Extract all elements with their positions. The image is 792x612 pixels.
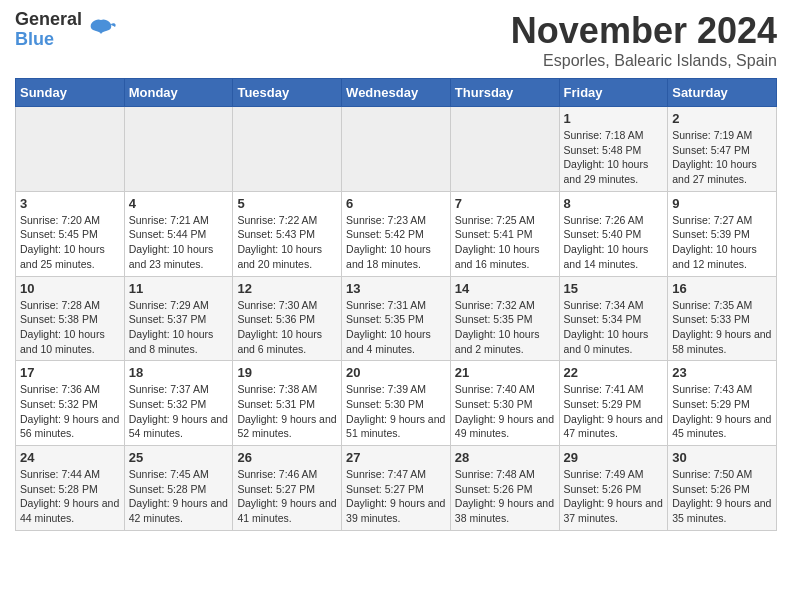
day-cell xyxy=(124,107,233,192)
day-number: 3 xyxy=(20,196,120,211)
day-cell: 20Sunrise: 7:39 AM Sunset: 5:30 PM Dayli… xyxy=(342,361,451,446)
day-info: Sunrise: 7:29 AM Sunset: 5:37 PM Dayligh… xyxy=(129,298,229,357)
day-number: 20 xyxy=(346,365,446,380)
day-number: 21 xyxy=(455,365,555,380)
header: General Blue November 2024 Esporles, Bal… xyxy=(15,10,777,70)
week-row-2: 3Sunrise: 7:20 AM Sunset: 5:45 PM Daylig… xyxy=(16,191,777,276)
day-number: 28 xyxy=(455,450,555,465)
col-header-sunday: Sunday xyxy=(16,79,125,107)
day-cell: 3Sunrise: 7:20 AM Sunset: 5:45 PM Daylig… xyxy=(16,191,125,276)
day-cell: 30Sunrise: 7:50 AM Sunset: 5:26 PM Dayli… xyxy=(668,446,777,531)
day-info: Sunrise: 7:50 AM Sunset: 5:26 PM Dayligh… xyxy=(672,467,772,526)
week-row-4: 17Sunrise: 7:36 AM Sunset: 5:32 PM Dayli… xyxy=(16,361,777,446)
day-number: 6 xyxy=(346,196,446,211)
day-info: Sunrise: 7:37 AM Sunset: 5:32 PM Dayligh… xyxy=(129,382,229,441)
day-info: Sunrise: 7:43 AM Sunset: 5:29 PM Dayligh… xyxy=(672,382,772,441)
day-info: Sunrise: 7:46 AM Sunset: 5:27 PM Dayligh… xyxy=(237,467,337,526)
day-info: Sunrise: 7:31 AM Sunset: 5:35 PM Dayligh… xyxy=(346,298,446,357)
day-number: 27 xyxy=(346,450,446,465)
day-number: 22 xyxy=(564,365,664,380)
day-number: 1 xyxy=(564,111,664,126)
day-number: 18 xyxy=(129,365,229,380)
day-cell: 23Sunrise: 7:43 AM Sunset: 5:29 PM Dayli… xyxy=(668,361,777,446)
day-number: 11 xyxy=(129,281,229,296)
day-number: 30 xyxy=(672,450,772,465)
day-cell: 9Sunrise: 7:27 AM Sunset: 5:39 PM Daylig… xyxy=(668,191,777,276)
day-number: 16 xyxy=(672,281,772,296)
day-info: Sunrise: 7:45 AM Sunset: 5:28 PM Dayligh… xyxy=(129,467,229,526)
day-number: 14 xyxy=(455,281,555,296)
day-cell: 24Sunrise: 7:44 AM Sunset: 5:28 PM Dayli… xyxy=(16,446,125,531)
col-header-wednesday: Wednesday xyxy=(342,79,451,107)
day-info: Sunrise: 7:36 AM Sunset: 5:32 PM Dayligh… xyxy=(20,382,120,441)
col-header-tuesday: Tuesday xyxy=(233,79,342,107)
day-cell: 1Sunrise: 7:18 AM Sunset: 5:48 PM Daylig… xyxy=(559,107,668,192)
day-info: Sunrise: 7:39 AM Sunset: 5:30 PM Dayligh… xyxy=(346,382,446,441)
logo-line2: Blue xyxy=(15,29,54,49)
day-info: Sunrise: 7:47 AM Sunset: 5:27 PM Dayligh… xyxy=(346,467,446,526)
day-number: 23 xyxy=(672,365,772,380)
day-info: Sunrise: 7:19 AM Sunset: 5:47 PM Dayligh… xyxy=(672,128,772,187)
day-cell: 26Sunrise: 7:46 AM Sunset: 5:27 PM Dayli… xyxy=(233,446,342,531)
day-cell: 2Sunrise: 7:19 AM Sunset: 5:47 PM Daylig… xyxy=(668,107,777,192)
day-cell: 25Sunrise: 7:45 AM Sunset: 5:28 PM Dayli… xyxy=(124,446,233,531)
day-number: 8 xyxy=(564,196,664,211)
logo-line1: General xyxy=(15,9,82,29)
logo-bird-icon xyxy=(85,14,117,46)
day-info: Sunrise: 7:27 AM Sunset: 5:39 PM Dayligh… xyxy=(672,213,772,272)
day-info: Sunrise: 7:25 AM Sunset: 5:41 PM Dayligh… xyxy=(455,213,555,272)
day-number: 29 xyxy=(564,450,664,465)
day-cell: 17Sunrise: 7:36 AM Sunset: 5:32 PM Dayli… xyxy=(16,361,125,446)
day-info: Sunrise: 7:49 AM Sunset: 5:26 PM Dayligh… xyxy=(564,467,664,526)
day-info: Sunrise: 7:44 AM Sunset: 5:28 PM Dayligh… xyxy=(20,467,120,526)
location: Esporles, Balearic Islands, Spain xyxy=(511,52,777,70)
day-info: Sunrise: 7:20 AM Sunset: 5:45 PM Dayligh… xyxy=(20,213,120,272)
day-info: Sunrise: 7:32 AM Sunset: 5:35 PM Dayligh… xyxy=(455,298,555,357)
day-info: Sunrise: 7:26 AM Sunset: 5:40 PM Dayligh… xyxy=(564,213,664,272)
day-number: 5 xyxy=(237,196,337,211)
day-number: 9 xyxy=(672,196,772,211)
day-cell: 6Sunrise: 7:23 AM Sunset: 5:42 PM Daylig… xyxy=(342,191,451,276)
day-cell: 29Sunrise: 7:49 AM Sunset: 5:26 PM Dayli… xyxy=(559,446,668,531)
day-info: Sunrise: 7:21 AM Sunset: 5:44 PM Dayligh… xyxy=(129,213,229,272)
day-info: Sunrise: 7:22 AM Sunset: 5:43 PM Dayligh… xyxy=(237,213,337,272)
col-header-friday: Friday xyxy=(559,79,668,107)
day-cell: 14Sunrise: 7:32 AM Sunset: 5:35 PM Dayli… xyxy=(450,276,559,361)
week-row-1: 1Sunrise: 7:18 AM Sunset: 5:48 PM Daylig… xyxy=(16,107,777,192)
day-cell: 27Sunrise: 7:47 AM Sunset: 5:27 PM Dayli… xyxy=(342,446,451,531)
day-info: Sunrise: 7:30 AM Sunset: 5:36 PM Dayligh… xyxy=(237,298,337,357)
day-info: Sunrise: 7:23 AM Sunset: 5:42 PM Dayligh… xyxy=(346,213,446,272)
day-cell: 21Sunrise: 7:40 AM Sunset: 5:30 PM Dayli… xyxy=(450,361,559,446)
day-info: Sunrise: 7:35 AM Sunset: 5:33 PM Dayligh… xyxy=(672,298,772,357)
day-info: Sunrise: 7:48 AM Sunset: 5:26 PM Dayligh… xyxy=(455,467,555,526)
day-cell: 7Sunrise: 7:25 AM Sunset: 5:41 PM Daylig… xyxy=(450,191,559,276)
day-cell xyxy=(342,107,451,192)
day-cell: 13Sunrise: 7:31 AM Sunset: 5:35 PM Dayli… xyxy=(342,276,451,361)
page-container: General Blue November 2024 Esporles, Bal… xyxy=(0,0,792,541)
day-info: Sunrise: 7:34 AM Sunset: 5:34 PM Dayligh… xyxy=(564,298,664,357)
day-cell xyxy=(450,107,559,192)
day-cell: 19Sunrise: 7:38 AM Sunset: 5:31 PM Dayli… xyxy=(233,361,342,446)
day-number: 26 xyxy=(237,450,337,465)
day-cell: 11Sunrise: 7:29 AM Sunset: 5:37 PM Dayli… xyxy=(124,276,233,361)
day-number: 17 xyxy=(20,365,120,380)
day-info: Sunrise: 7:38 AM Sunset: 5:31 PM Dayligh… xyxy=(237,382,337,441)
day-cell: 12Sunrise: 7:30 AM Sunset: 5:36 PM Dayli… xyxy=(233,276,342,361)
col-header-monday: Monday xyxy=(124,79,233,107)
day-cell: 10Sunrise: 7:28 AM Sunset: 5:38 PM Dayli… xyxy=(16,276,125,361)
day-number: 2 xyxy=(672,111,772,126)
header-row: SundayMondayTuesdayWednesdayThursdayFrid… xyxy=(16,79,777,107)
logo: General Blue xyxy=(15,10,117,50)
title-area: November 2024 Esporles, Balearic Islands… xyxy=(511,10,777,70)
day-info: Sunrise: 7:18 AM Sunset: 5:48 PM Dayligh… xyxy=(564,128,664,187)
day-cell: 16Sunrise: 7:35 AM Sunset: 5:33 PM Dayli… xyxy=(668,276,777,361)
day-cell: 5Sunrise: 7:22 AM Sunset: 5:43 PM Daylig… xyxy=(233,191,342,276)
day-number: 24 xyxy=(20,450,120,465)
day-info: Sunrise: 7:41 AM Sunset: 5:29 PM Dayligh… xyxy=(564,382,664,441)
day-cell xyxy=(16,107,125,192)
col-header-thursday: Thursday xyxy=(450,79,559,107)
day-number: 25 xyxy=(129,450,229,465)
day-info: Sunrise: 7:28 AM Sunset: 5:38 PM Dayligh… xyxy=(20,298,120,357)
day-number: 15 xyxy=(564,281,664,296)
col-header-saturday: Saturday xyxy=(668,79,777,107)
